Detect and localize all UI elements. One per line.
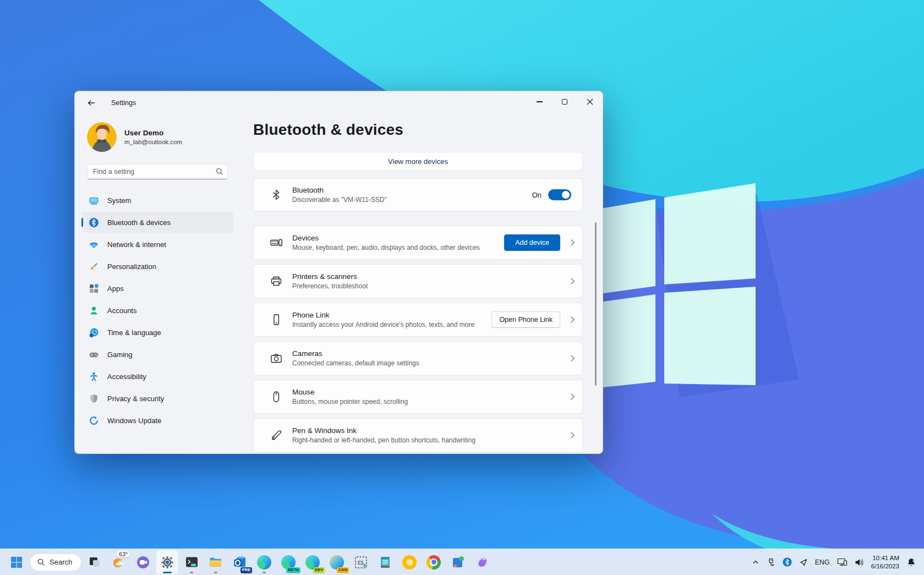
close-button[interactable] [577, 91, 603, 112]
sidebar-item-privacy[interactable]: Privacy & security [81, 388, 233, 409]
shield-icon [89, 393, 99, 404]
sidebar-nav: System Bluetooth & devices Network & int… [81, 189, 233, 431]
edge-dev-button[interactable]: DEV [302, 550, 324, 574]
settings-taskbar-button[interactable] [156, 550, 178, 574]
sidebar-item-accounts[interactable]: Accounts [81, 300, 233, 321]
sidebar-item-label: Privacy & security [107, 395, 164, 403]
chevron-right-icon [568, 393, 574, 399]
taskbar-search[interactable]: Search [30, 554, 81, 571]
row-phone-link[interactable]: Phone Link Instantly access your Android… [253, 303, 583, 337]
sidebar-item-gaming[interactable]: Gaming [81, 344, 233, 365]
chat-button[interactable] [132, 550, 154, 574]
snipping-tool-button[interactable] [350, 550, 372, 574]
bluetooth-toggle[interactable] [548, 189, 571, 200]
user-profile[interactable]: User Demo m_lab@outlook.com [81, 118, 233, 160]
chrome-button[interactable] [423, 550, 445, 574]
settings-window: Settings [74, 91, 603, 454]
bluetooth-icon [89, 217, 99, 228]
taskbar: Search 63° [0, 549, 924, 575]
row-mouse[interactable]: Mouse Buttons, mouse pointer speed, scro… [253, 380, 583, 414]
outlook-button[interactable]: PRE [229, 550, 251, 574]
desktop: Settings [0, 0, 924, 575]
person-icon [89, 305, 99, 316]
toggle-knob [562, 191, 570, 199]
chrome-icon [427, 555, 441, 569]
usb-icon[interactable] [767, 558, 775, 567]
sidebar-item-windows-update[interactable]: Windows Update [81, 410, 233, 431]
search-icon [37, 558, 45, 566]
running-indicator [214, 572, 217, 573]
apps-grid-icon [89, 283, 99, 294]
task-view-button[interactable] [84, 550, 106, 574]
row-pen-windows-ink[interactable]: Pen & Windows Ink Right-handed or left-h… [253, 418, 583, 452]
sidebar-item-apps[interactable]: Apps [81, 278, 233, 299]
chat-icon [136, 555, 150, 569]
chrome-canary-button[interactable] [398, 550, 420, 574]
back-button[interactable] [80, 95, 102, 111]
notification-bell-icon[interactable]: z [906, 557, 916, 567]
row-title: Pen & Windows Ink [292, 426, 560, 435]
settings-content: Bluetooth & devices View more devices Bl… [240, 114, 603, 453]
terminal-button[interactable] [181, 550, 203, 574]
row-title: Phone Link [292, 311, 491, 319]
user-name: User Demo [124, 129, 182, 137]
search-icon [215, 167, 223, 176]
row-printers-scanners[interactable]: Printers & scanners Preferences, trouble… [253, 264, 583, 298]
sidebar-item-label: Accounts [107, 306, 136, 315]
app-misc-2-button[interactable] [471, 550, 493, 574]
bluetooth-tray-icon[interactable] [783, 557, 792, 567]
row-cameras[interactable]: Cameras Connected cameras, default image… [253, 341, 583, 375]
sidebar-item-time-language[interactable]: Time & language [81, 322, 233, 343]
edge-canary-button[interactable]: CAN [326, 550, 348, 574]
running-indicator [263, 572, 266, 573]
row-text: Phone Link Instantly access your Android… [292, 311, 491, 328]
avatar [87, 122, 117, 152]
language-indicator[interactable]: ENG [815, 558, 830, 566]
sidebar-item-personalization[interactable]: Personalization [81, 256, 233, 277]
running-indicator [190, 572, 193, 573]
edge-beta-badge: BETA [286, 567, 300, 573]
row-text: Devices Mouse, keyboard, pen, audio, dis… [292, 234, 504, 251]
view-more-devices-button[interactable]: View more devices [253, 152, 583, 171]
maximize-button[interactable] [552, 91, 577, 112]
edge-dev-badge: DEV [313, 567, 325, 573]
row-title: Cameras [292, 349, 560, 358]
taskbar-apps: Search 63° [0, 550, 493, 574]
window-title: Settings [111, 99, 136, 107]
sidebar-item-label: Apps [107, 284, 124, 293]
app-misc-1-button[interactable] [447, 550, 469, 574]
location-icon[interactable] [799, 558, 808, 567]
chevron-right-icon [568, 316, 574, 322]
sidebar-item-accessibility[interactable]: Accessibility [81, 366, 233, 387]
tray-chevron-up-icon[interactable] [752, 558, 759, 566]
display-cast-icon[interactable] [837, 557, 848, 567]
edge-button[interactable] [253, 550, 275, 574]
weather-widget[interactable]: 63° [108, 550, 130, 574]
file-explorer-button[interactable] [205, 550, 227, 574]
content-scrollbar[interactable] [595, 222, 597, 386]
chevron-right-icon [568, 432, 574, 438]
toggle-state-label: On [532, 191, 542, 199]
sidebar-item-system[interactable]: System [81, 190, 233, 211]
chevron-right-icon [568, 355, 574, 361]
row-devices[interactable]: Devices Mouse, keyboard, pen, audio, dis… [253, 226, 583, 260]
add-device-button[interactable]: Add device [504, 234, 560, 251]
notepad-button[interactable] [374, 550, 396, 574]
row-text: Mouse Buttons, mouse pointer speed, scro… [292, 388, 560, 406]
settings-rows: Devices Mouse, keyboard, pen, audio, dis… [253, 226, 583, 452]
wifi-icon [89, 239, 99, 250]
start-button[interactable] [6, 550, 28, 574]
bluetooth-title: Bluetooth [292, 186, 532, 194]
search-input[interactable] [87, 164, 228, 179]
volume-icon[interactable] [855, 558, 864, 567]
accessibility-icon [89, 371, 99, 382]
sidebar-item-network[interactable]: Network & internet [81, 234, 233, 255]
edge-beta-button[interactable]: BETA [277, 550, 299, 574]
camera-icon [269, 351, 283, 365]
svg-text:z: z [912, 559, 914, 562]
open-phone-link-button[interactable]: Open Phone Link [491, 311, 560, 328]
sidebar-item-bluetooth-devices[interactable]: Bluetooth & devices [81, 212, 233, 233]
clock[interactable]: 10:41 AM 6/16/2023 [871, 554, 899, 571]
minimize-button[interactable] [527, 91, 552, 112]
bluetooth-toggle-row: Bluetooth Discoverable as "VM-W11-SSD" O… [253, 178, 583, 211]
